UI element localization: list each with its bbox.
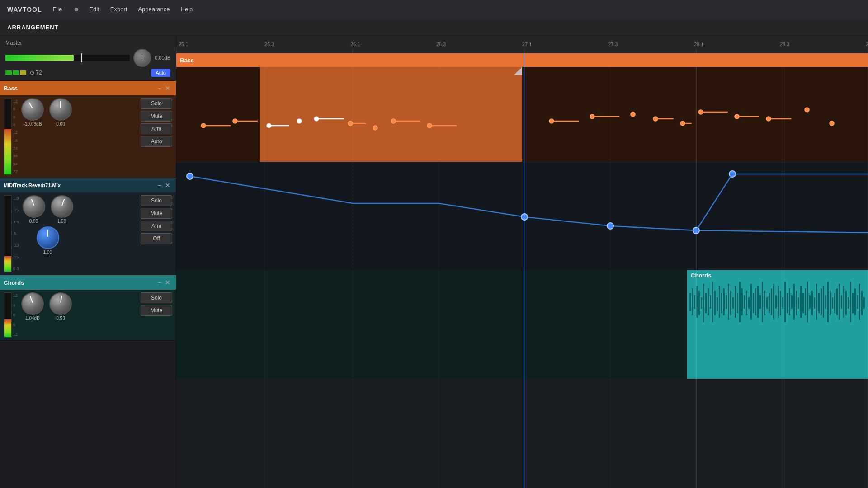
bass-knobs-area: -10.03dB 0.00 [21, 98, 72, 175]
menu-help[interactable]: Help [181, 6, 193, 13]
svg-rect-70 [728, 284, 729, 320]
bass-corner-marker [514, 67, 522, 75]
chords-gain-indicator [30, 296, 33, 303]
svg-rect-66 [719, 286, 720, 318]
ruler-27-3: 27.3 [608, 42, 618, 47]
svg-rect-69 [726, 295, 727, 309]
svg-rect-60 [705, 293, 707, 313]
bass-track-name: Bass [4, 85, 156, 92]
svg-rect-71 [730, 291, 731, 315]
midi-minimize-button[interactable]: − [156, 182, 163, 189]
svg-rect-92 [778, 286, 779, 318]
bass-gain-knob[interactable] [21, 98, 44, 121]
midi-gain-knob[interactable] [23, 195, 45, 218]
svg-rect-74 [737, 293, 738, 313]
ruler-28-3: 28.3 [780, 42, 789, 47]
bass-solo-button[interactable]: Solo [141, 98, 172, 109]
svg-rect-96 [787, 293, 788, 313]
midi-off-button[interactable]: Off [141, 233, 172, 244]
master-auto-button[interactable]: Auto [151, 69, 170, 77]
chords-buttons: Solo Mute [141, 292, 172, 338]
svg-rect-58 [701, 297, 702, 309]
svg-rect-90 [773, 284, 774, 320]
bass-buttons: Solo Mute Arm Auto [141, 98, 172, 175]
chords-solo-button[interactable]: Solo [141, 292, 172, 303]
chords-pan-knob[interactable] [49, 292, 72, 315]
master-section: Master 0.00dB ⊙ 72 Auto [0, 36, 176, 81]
chords-waveform-svg [687, 279, 868, 379]
ruler-25-1: 25.1 [179, 42, 188, 47]
midi-pan-group: 1.00 [51, 195, 73, 224]
bpm-lights [5, 70, 26, 75]
svg-rect-59 [703, 284, 704, 322]
chords-minimize-button[interactable]: − [156, 279, 163, 286]
bass-top-bar: Bass [176, 53, 868, 67]
master-fader[interactable] [5, 55, 130, 61]
bass-auto-button[interactable]: Auto [141, 136, 172, 147]
ruler-26-3: 26.3 [436, 42, 446, 47]
menu-export[interactable]: Export [110, 6, 127, 13]
bass-mute-button[interactable]: Mute [141, 111, 172, 122]
midi-arm-button[interactable]: Arm [141, 221, 172, 231]
svg-point-35 [653, 117, 658, 121]
svg-rect-80 [750, 284, 752, 320]
bpm-light-3 [20, 70, 26, 75]
bass-highlight-region [260, 67, 522, 162]
playhead[interactable] [524, 53, 524, 488]
svg-rect-123 [848, 297, 849, 309]
svg-rect-114 [827, 282, 829, 322]
arrangement-header: ARRANGEMENT [0, 19, 868, 36]
chords-vu-area: 12 6 0 6 12 [4, 292, 18, 338]
bass-minimize-button[interactable]: − [156, 84, 163, 92]
svg-rect-86 [764, 291, 765, 315]
bass-vu-meter [4, 98, 12, 175]
svg-rect-116 [832, 297, 833, 309]
chords-gain-knob[interactable] [21, 292, 44, 315]
tracks-area: Bass [176, 53, 868, 488]
chords-track-lane: Chords [176, 270, 868, 379]
midi-extra-knob[interactable] [37, 226, 59, 249]
svg-point-30 [549, 119, 554, 123]
bass-pan-knob[interactable] [49, 98, 72, 121]
svg-rect-124 [850, 282, 851, 322]
svg-rect-54 [692, 288, 693, 315]
midi-knobs-row: 0.00 1.00 [23, 195, 73, 224]
master-fader-fill [5, 55, 74, 61]
chords-block-label: Chords [687, 270, 868, 281]
svg-rect-75 [739, 282, 741, 322]
midi-pan-knob[interactable] [51, 195, 73, 218]
chords-track-header: Chords − ✕ [0, 275, 176, 290]
bass-pan-knob-indicator [60, 101, 61, 108]
bass-arm-button[interactable]: Arm [141, 123, 172, 134]
bass-track-strip: Bass − ✕ 12 6 0 6 12 18 [0, 81, 176, 178]
menu-edit[interactable]: Edit [89, 6, 99, 13]
chords-track-name: Chords [4, 279, 156, 286]
midi-extra-label: 1.00 [43, 250, 52, 255]
midi-gain-label: 0.00 [29, 219, 38, 224]
midi-pan-indicator [61, 199, 65, 206]
bass-gain-knob-indicator [28, 102, 33, 109]
midi-mute-button[interactable]: Mute [141, 208, 172, 219]
menu-file[interactable]: File [52, 6, 62, 13]
chords-close-button[interactable]: ✕ [163, 279, 172, 286]
svg-point-46 [830, 121, 834, 126]
svg-rect-56 [696, 286, 698, 318]
svg-rect-87 [766, 297, 768, 309]
svg-rect-65 [717, 297, 718, 311]
master-knob[interactable] [133, 49, 151, 67]
chords-mute-button[interactable]: Mute [141, 305, 172, 316]
svg-point-47 [187, 173, 193, 179]
master-fader-thumb [81, 53, 82, 62]
bass-close-button[interactable]: ✕ [163, 84, 172, 92]
svg-rect-84 [760, 295, 761, 309]
left-panel: Master 0.00dB ⊙ 72 Auto [0, 36, 176, 488]
svg-point-49 [607, 223, 613, 229]
ruler-25-3: 25.3 [264, 42, 274, 47]
arrangement-title: ARRANGEMENT [7, 24, 59, 31]
midi-solo-button[interactable]: Solo [141, 195, 172, 206]
midi-close-button[interactable]: ✕ [163, 182, 172, 189]
chords-vu-labels: 12 6 0 6 12 [13, 292, 18, 338]
menu-appearance[interactable]: Appearance [138, 6, 170, 13]
svg-point-50 [693, 227, 699, 234]
bass-top-region [260, 53, 678, 67]
